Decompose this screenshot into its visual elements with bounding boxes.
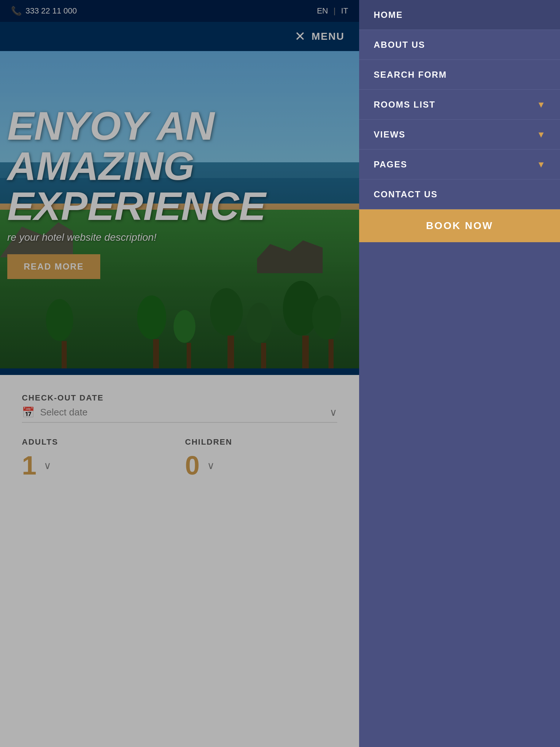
nav-item-contact[interactable]: CONTACT US <box>359 179 560 209</box>
nav-item-pages[interactable]: PAGES ▼ <box>359 150 560 179</box>
nav-label-rooms-list: ROOMS LIST <box>374 100 435 110</box>
right-nav-panel: HOME ABOUT US SEARCH FORM ROOMS LIST ▼ V… <box>359 0 560 747</box>
nav-label-views: VIEWS <box>374 129 405 140</box>
nav-label-about: ABOUT US <box>374 40 425 50</box>
nav-item-search-form[interactable]: SEARCH FORM <box>359 60 560 90</box>
views-arrow-icon: ▼ <box>537 129 545 140</box>
nav-label-home: HOME <box>374 10 403 20</box>
pages-arrow-icon: ▼ <box>537 159 545 170</box>
nav-item-rooms-list[interactable]: ROOMS LIST ▼ <box>359 90 560 120</box>
nav-item-about[interactable]: ABOUT US <box>359 30 560 60</box>
nav-label-search-form: SEARCH FORM <box>374 70 447 80</box>
rooms-list-arrow-icon: ▼ <box>537 100 545 110</box>
book-now-label: BOOK NOW <box>426 220 493 232</box>
overlay <box>0 0 359 747</box>
nav-label-contact: CONTACT US <box>374 189 438 200</box>
book-now-button[interactable]: BOOK NOW <box>359 209 560 242</box>
nav-item-home[interactable]: HOME <box>359 0 560 30</box>
nav-label-pages: PAGES <box>374 159 407 170</box>
nav-item-views[interactable]: VIEWS ▼ <box>359 120 560 150</box>
